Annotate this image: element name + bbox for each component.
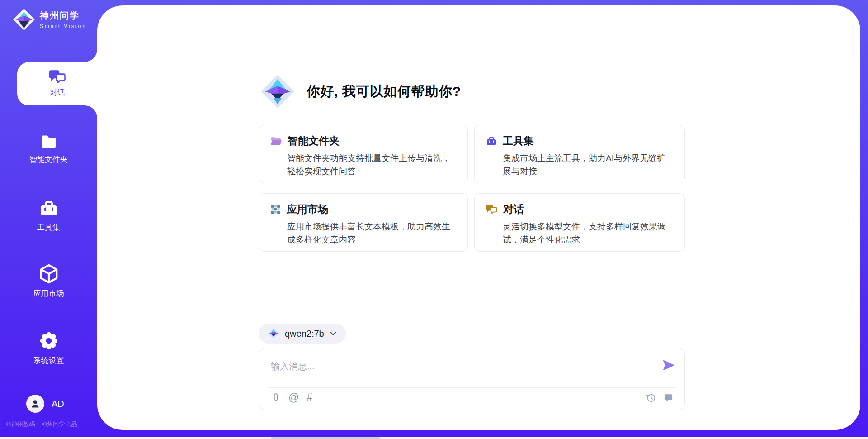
paperclip-icon <box>271 392 281 403</box>
greeting-row: 你好, 我可以如何帮助你? <box>260 72 461 110</box>
sidebar-item-folders[interactable]: 智能文件夹 <box>0 132 97 165</box>
briefcase-icon <box>38 199 59 218</box>
card-title: 对话 <box>503 202 524 216</box>
sidebar-item-label: 对话 <box>50 87 65 98</box>
assistant-logo-icon <box>260 72 295 110</box>
attach-button[interactable] <box>271 392 281 403</box>
card-description: 灵活切换多模型文件，支持多样回复效果调试，满足个性化需求 <box>503 220 674 246</box>
send-button[interactable] <box>662 358 675 372</box>
card-description: 应用市场提供丰富长文本模板，助力高效生成多样化文章内容 <box>287 220 457 246</box>
message-input[interactable] <box>271 359 660 373</box>
history-button[interactable] <box>646 392 656 403</box>
brand-subtitle: Smart Vision <box>40 23 87 29</box>
chat-icon <box>48 69 67 85</box>
chat-bubble-icon <box>663 392 674 403</box>
sidebar-item-label: 应用市场 <box>33 288 64 299</box>
app-root: { "brand": { "name": "神州问学", "subtitle":… <box>0 0 868 439</box>
send-icon <box>662 359 675 372</box>
card-title: 智能文件夹 <box>288 134 340 148</box>
composer-right-icons <box>646 392 674 403</box>
card-smart-folder[interactable]: 智能文件夹 智能文件夹功能支持批量文件上传与清洗，轻松实现文件问答 <box>259 125 468 183</box>
sidebar-item-settings[interactable]: 系统设置 <box>0 330 97 366</box>
model-selector[interactable]: qwen2:7b <box>259 324 346 344</box>
horizontal-scrollbar-track[interactable] <box>0 437 868 439</box>
greeting-title: 你好, 我可以如何帮助你? <box>307 82 461 101</box>
gear-icon <box>38 330 59 351</box>
brand-logo-icon <box>13 8 35 31</box>
composer-divider <box>269 387 675 388</box>
composer: @ # <box>259 348 685 410</box>
chevron-down-icon <box>330 331 337 336</box>
cube-icon <box>38 263 59 284</box>
hashtag-button[interactable]: # <box>307 392 312 403</box>
briefcase-icon <box>486 136 497 147</box>
user-row[interactable]: AD <box>0 395 97 413</box>
avatar <box>26 395 44 413</box>
copyright: ©神州数码 · 神州问学出品 <box>6 420 104 429</box>
person-icon <box>30 398 41 409</box>
sidebar-item-chat[interactable]: 对话 <box>17 62 98 105</box>
horizontal-scrollbar-thumb[interactable] <box>271 437 380 439</box>
feature-cards: 智能文件夹 智能文件夹功能支持批量文件上传与清洗，轻松实现文件问答 工具集 集成… <box>259 125 685 252</box>
model-logo-icon <box>268 327 279 340</box>
card-description: 智能文件夹功能支持批量文件上传与清洗，轻松实现文件问答 <box>287 152 457 178</box>
sidebar-item-tools[interactable]: 工具集 <box>0 199 97 233</box>
chat-icon <box>486 204 498 215</box>
card-title: 应用市场 <box>287 202 328 216</box>
user-initials: AD <box>52 399 64 409</box>
card-description: 集成市场上主流工具，助力AI与外界无缝扩展与对接 <box>503 152 674 178</box>
folder-icon <box>38 132 59 150</box>
sidebar-item-market[interactable]: 应用市场 <box>0 263 97 299</box>
mention-button[interactable]: @ <box>288 392 299 403</box>
composer-left-icons: @ # <box>271 392 312 403</box>
pixel-cube-icon <box>270 204 281 215</box>
sidebar-item-label: 智能文件夹 <box>29 154 68 165</box>
new-chat-button[interactable] <box>663 392 674 403</box>
folder-open-icon <box>270 136 282 147</box>
brand-name: 神州问学 <box>40 10 87 22</box>
card-app-market[interactable]: 应用市场 应用市场提供丰富长文本模板，助力高效生成多样化文章内容 <box>259 193 468 252</box>
brand: 神州问学 Smart Vision <box>13 8 87 31</box>
sidebar-item-label: 工具集 <box>37 222 60 233</box>
brand-text: 神州问学 Smart Vision <box>40 10 87 29</box>
card-chat[interactable]: 对话 灵活切换多模型文件，支持多样回复效果调试，满足个性化需求 <box>474 193 685 252</box>
card-title: 工具集 <box>503 134 534 148</box>
model-name: qwen2:7b <box>285 329 324 339</box>
history-icon <box>646 392 656 403</box>
card-toolset[interactable]: 工具集 集成市场上主流工具，助力AI与外界无缝扩展与对接 <box>474 125 685 183</box>
sidebar-item-label: 系统设置 <box>33 355 64 366</box>
